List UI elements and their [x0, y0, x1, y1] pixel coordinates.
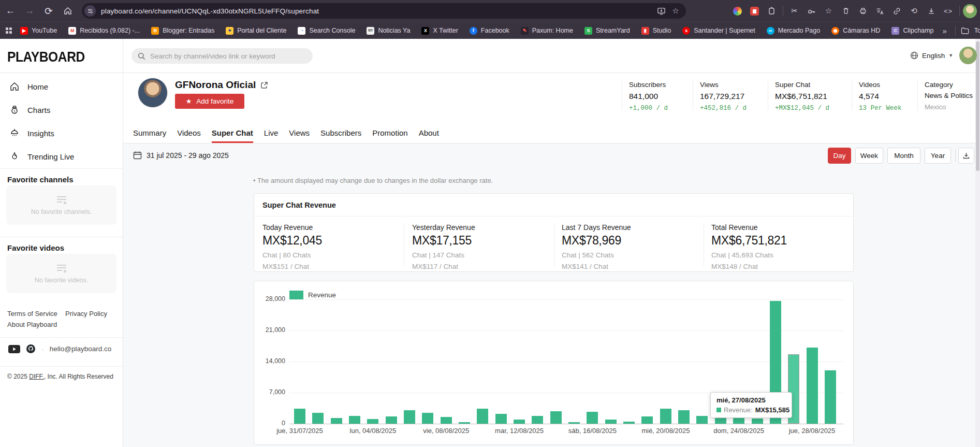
printer-icon[interactable]	[855, 3, 871, 19]
all-bookmarks-label[interactable]: Todos los favorit	[974, 27, 980, 34]
playboard-logo[interactable]: PLAYBOARD	[7, 49, 85, 65]
bookmark-item[interactable]: ◉ Cámaras HD	[826, 24, 886, 37]
tab-subscribers[interactable]: Subscribers	[320, 124, 361, 143]
search-bar[interactable]	[131, 48, 313, 64]
user-avatar[interactable]	[959, 47, 977, 64]
channel-avatar[interactable]	[138, 78, 168, 108]
browser-home-icon[interactable]	[59, 2, 77, 20]
tab-summary[interactable]: Summary	[133, 124, 166, 143]
bar-04/08/2025[interactable]	[367, 419, 378, 424]
bar-12/08/2025[interactable]	[514, 420, 525, 424]
add-favorite-button[interactable]: ★ Add favorite	[175, 94, 244, 109]
bookmarks-overflow-chevron[interactable]: »	[939, 26, 949, 35]
bar-02/08/2025[interactable]	[331, 418, 342, 424]
reload-icon[interactable]: ⟳	[40, 2, 57, 20]
extension-red-icon[interactable]	[747, 3, 763, 19]
contact-email[interactable]: hello@playboard.co	[50, 345, 112, 353]
range-day-button[interactable]: Day	[828, 148, 851, 164]
range-week-button[interactable]: Week	[855, 148, 883, 164]
search-input[interactable]	[150, 52, 306, 60]
bar-31/07/2025[interactable]	[294, 409, 305, 424]
back-icon[interactable]: ←	[2, 2, 19, 20]
sidebar-item-trending-live[interactable]: Trending Live	[0, 147, 123, 166]
bookmark-item[interactable]: ◔ Search Console	[292, 24, 361, 37]
bookmark-item[interactable]: M Recibidos (9.082) -...	[63, 24, 145, 37]
apps-grid-icon[interactable]	[5, 23, 12, 38]
bookmark-item[interactable]: ✦ Portal del Cliente	[220, 24, 292, 37]
bar-14/08/2025[interactable]	[550, 411, 562, 424]
bookmark-item[interactable]: s Santander | Supernet	[677, 24, 761, 37]
bar-03/08/2025[interactable]	[349, 416, 360, 424]
extension-colorwheel-icon[interactable]	[729, 3, 745, 19]
tab-views[interactable]: Views	[289, 124, 310, 143]
bar-19/08/2025[interactable]	[641, 416, 653, 424]
about-link[interactable]: About Playboard	[7, 321, 57, 328]
bar-22/08/2025[interactable]	[696, 416, 708, 424]
language-selector[interactable]: English ▼	[910, 51, 953, 60]
range-year-button[interactable]: Year	[925, 148, 951, 164]
bar-13/08/2025[interactable]	[532, 416, 543, 424]
bar-08/08/2025[interactable]	[441, 417, 452, 424]
install-app-icon[interactable]	[654, 7, 668, 16]
sidebar-item-home[interactable]: Home	[0, 77, 123, 96]
bar-28/08/2025[interactable]	[807, 348, 818, 424]
browser-profile-avatar[interactable]	[963, 4, 977, 18]
extension-outline-icon[interactable]	[764, 3, 780, 19]
code-icon[interactable]: <>	[940, 3, 956, 19]
key-icon[interactable]	[803, 3, 820, 19]
diff-link[interactable]: DIFF.	[29, 373, 44, 380]
download-icon[interactable]	[923, 3, 939, 19]
sidebar-item-charts[interactable]: 1 Charts	[0, 100, 123, 120]
bar-17/08/2025[interactable]	[605, 420, 617, 424]
bookmark-item[interactable]: X X Twitter	[416, 24, 463, 37]
terms-link[interactable]: Terms of Service	[7, 310, 57, 318]
page-scrollbar-thumb[interactable]	[976, 41, 979, 171]
tab-super-chat[interactable]: Super Chat	[212, 124, 253, 143]
bookmark-item[interactable]: S StreamYard	[579, 24, 636, 37]
bookmark-item[interactable]: ▮ Studio	[636, 24, 677, 37]
bar-11/08/2025[interactable]	[495, 414, 507, 424]
bar-21/08/2025[interactable]	[678, 410, 690, 424]
bar-23/08/2025[interactable]	[715, 417, 726, 424]
bar-18/08/2025[interactable]	[623, 422, 635, 424]
tab-promotion[interactable]: Promotion	[372, 124, 407, 143]
clip-icon[interactable]: ✂	[786, 3, 802, 19]
bookmark-item[interactable]: ∞ Mercado Pago	[761, 24, 826, 37]
export-download-button[interactable]	[958, 148, 974, 164]
site-info-icon[interactable]	[84, 5, 96, 17]
youtube-icon[interactable]	[8, 345, 20, 353]
github-icon[interactable]	[26, 344, 36, 354]
bar-07/08/2025[interactable]	[422, 413, 433, 424]
bar-10/08/2025[interactable]	[477, 409, 488, 424]
star-add-icon[interactable]: ☆	[821, 3, 837, 19]
bar-25/08/2025[interactable]	[752, 419, 763, 424]
translate-icon[interactable]	[872, 3, 888, 19]
link-icon[interactable]	[889, 3, 905, 19]
bar-16/08/2025[interactable]	[587, 412, 598, 424]
bookmark-item[interactable]: NY Noticias Ya	[361, 24, 416, 37]
bookmark-star-icon[interactable]: ☆	[668, 6, 683, 16]
bar-15/08/2025[interactable]	[568, 422, 580, 424]
bookmark-item[interactable]: f Facebook	[464, 24, 515, 37]
bookmark-item[interactable]: C Clipchamp	[886, 24, 939, 37]
bar-09/08/2025[interactable]	[459, 422, 470, 424]
bar-05/08/2025[interactable]	[386, 416, 397, 424]
trash-icon[interactable]	[838, 3, 854, 19]
date-range-picker[interactable]: 31 jul 2025 - 29 ago 2025	[133, 151, 229, 160]
tab-about[interactable]: About	[419, 124, 439, 143]
bar-01/08/2025[interactable]	[312, 413, 324, 424]
tab-live[interactable]: Live	[264, 124, 279, 143]
range-month-button[interactable]: Month	[887, 148, 920, 164]
privacy-link[interactable]: Privacy Policy	[65, 310, 107, 318]
bookmark-item[interactable]: ▶ YouTube	[14, 24, 63, 37]
bookmark-item[interactable]: B Blogger: Entradas	[145, 24, 220, 37]
forward-icon[interactable]: →	[21, 2, 38, 20]
history-icon[interactable]: ⟲	[906, 3, 922, 19]
bar-20/08/2025[interactable]	[660, 409, 671, 424]
sidebar-item-insights[interactable]: Insights	[0, 123, 123, 143]
bar-29/08/2025[interactable]	[825, 370, 836, 424]
external-link-icon[interactable]	[260, 81, 268, 89]
bookmark-item[interactable]: ✎ Paxum: Home	[515, 24, 579, 37]
address-bar[interactable]: playboard.co/en/channel/UCNQqL-xd30otxNG…	[82, 3, 686, 19]
tab-videos[interactable]: Videos	[177, 124, 201, 143]
